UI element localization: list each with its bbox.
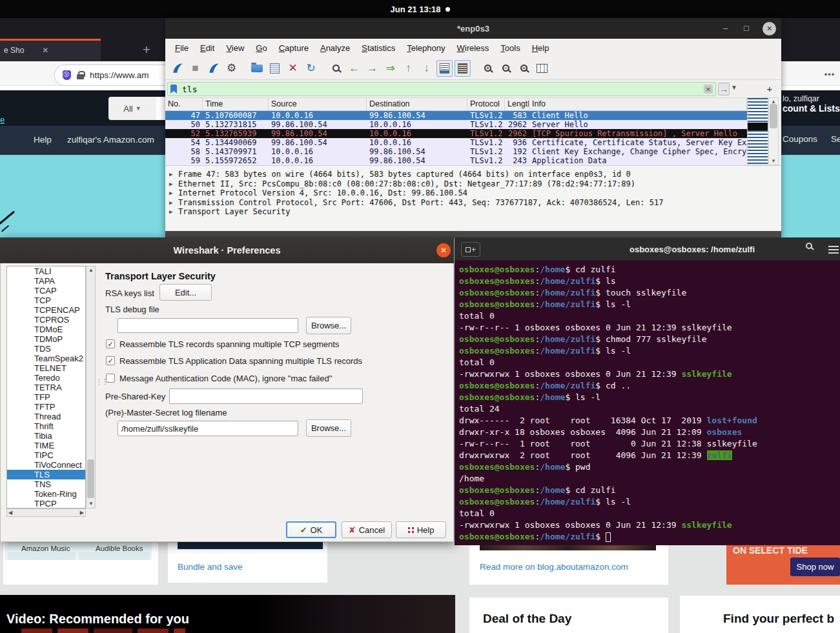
scroll-down-icon[interactable]: ▼: [771, 158, 776, 164]
protocol-item-tftp[interactable]: TFTP: [7, 402, 85, 412]
checkbox-mac-ignore[interactable]: [106, 374, 115, 383]
debug-file-input[interactable]: [118, 318, 298, 333]
checkbox-reassemble-appdata-label[interactable]: Reassemble TLS Application Data spanning…: [119, 356, 362, 366]
account-lists-link[interactable]: count & Lists: [783, 103, 840, 114]
close-icon[interactable]: ✕: [763, 22, 776, 35]
protocol-item-thrift[interactable]: Thrift: [7, 421, 85, 431]
checkbox-mac-ignore-label[interactable]: Message Authentication Code (MAC), ignor…: [119, 374, 332, 383]
browse-keylog-button[interactable]: Browse...: [306, 419, 351, 437]
lock-icon[interactable]: [77, 74, 84, 79]
filter-dropdown-caret-icon[interactable]: ▼: [731, 84, 737, 91]
keylog-input[interactable]: [118, 421, 298, 436]
scroll-down-icon[interactable]: ▼: [88, 501, 94, 507]
protocol-item-teamspeak2[interactable]: TeamSpeak2: [7, 354, 85, 363]
shop-now-button[interactable]: Shop now: [790, 558, 840, 576]
video-thumbnail[interactable]: [21, 628, 52, 633]
expand-arrow-icon[interactable]: ▶: [169, 179, 174, 189]
menu-wireless[interactable]: Wireless: [451, 43, 495, 53]
protocol-item-tfp[interactable]: TFP: [7, 392, 85, 402]
previous-packet-icon[interactable]: ←: [346, 60, 362, 77]
expand-arrow-icon[interactable]: ▶: [169, 207, 174, 217]
new-tab-button[interactable]: +: [137, 40, 156, 59]
nav-link-sell[interactable]: Se: [831, 134, 840, 144]
amazon-side-link[interactable]: e: [0, 115, 5, 125]
protocol-item-tls[interactable]: TLS: [7, 470, 85, 479]
preferences-titlebar[interactable]: Wireshark · Preferences: [0, 237, 454, 263]
url-text[interactable]: https://www.am: [90, 70, 149, 80]
protocol-item-tcp[interactable]: TCP: [7, 296, 85, 305]
protocol-item-tipc[interactable]: TIPC: [7, 450, 85, 460]
clock[interactable]: Jun 21 13:18: [390, 5, 440, 14]
nav-link-help[interactable]: Help: [34, 135, 52, 145]
protocol-item-tcpros[interactable]: TCPROS: [7, 315, 85, 325]
protocol-item-token-ring[interactable]: Token-Ring: [7, 489, 85, 499]
filter-add-button[interactable]: +: [764, 82, 775, 95]
protocol-item-teredo[interactable]: Teredo: [7, 373, 85, 383]
menu-telephony[interactable]: Telephony: [401, 43, 451, 53]
column-header-length[interactable]: Length: [505, 98, 529, 110]
browse-debug-button[interactable]: Browse...: [306, 317, 351, 334]
go-to-packet-icon[interactable]: ⇒: [382, 60, 398, 77]
protocol-list-hscrollbar[interactable]: ◀ ▶: [6, 508, 86, 517]
protocol-item-tibia[interactable]: Tibia: [7, 431, 85, 441]
video-thumbnail[interactable]: [57, 628, 88, 633]
restart-capture-icon[interactable]: [205, 60, 221, 77]
readmore-link[interactable]: Read more on blog.aboutamazon.com: [480, 562, 628, 572]
intelligent-scrollbar[interactable]: [747, 97, 768, 165]
next-packet-icon[interactable]: →: [364, 60, 380, 77]
expand-arrow-icon[interactable]: ▶: [169, 188, 174, 198]
protocol-item-tns[interactable]: TNS: [7, 479, 85, 489]
edit-button[interactable]: Edit...: [159, 284, 212, 301]
terminal-new-tab-button[interactable]: +: [461, 242, 480, 257]
filter-text[interactable]: tls: [182, 85, 699, 94]
packet-row[interactable]: 475.10760008710.0.0.1699.86.100.54TLSv1.…: [165, 111, 747, 120]
start-capture-icon[interactable]: [169, 60, 185, 77]
expand-arrow-icon[interactable]: ▶: [169, 198, 174, 208]
url-bar[interactable]: https://www.am: [54, 65, 165, 86]
open-capture-icon[interactable]: [249, 60, 265, 77]
terminal-search-icon[interactable]: [806, 243, 819, 256]
packet-row[interactable]: 595.15597265210.0.0.1699.86.100.54TLSv1.…: [165, 156, 747, 165]
stop-capture-icon[interactable]: ■: [187, 60, 203, 77]
scroll-right-icon[interactable]: ▶: [80, 510, 84, 516]
zoom-out-icon[interactable]: −: [498, 60, 514, 77]
zoom-100-icon[interactable]: =: [516, 60, 532, 77]
colorize-icon[interactable]: [455, 60, 471, 77]
menu-tools[interactable]: Tools: [495, 43, 526, 53]
overflow-menu-icon[interactable]: •••: [821, 66, 838, 82]
scrollbar-thumb[interactable]: [87, 459, 94, 498]
packet-row[interactable]: 545.13449006999.86.100.5410.0.0.16TLSv1.…: [165, 138, 747, 147]
deal-card[interactable]: Deal of the Day: [469, 598, 668, 633]
protocol-item-tcpencap[interactable]: TCPENCAP: [7, 305, 85, 315]
detail-row[interactable]: ▶Transport Layer Security: [169, 207, 781, 217]
filter-apply-button[interactable]: →: [718, 83, 730, 95]
scroll-up-icon[interactable]: ▲: [88, 267, 94, 273]
menu-statistics[interactable]: Statistics: [356, 43, 401, 53]
protocol-item-tapa[interactable]: TAPA: [7, 276, 85, 286]
detail-row[interactable]: ▶Ethernet II, Src: PcsCompu_8b:08:c0 (08…: [169, 179, 781, 189]
cancel-button[interactable]: ✘Cancel: [342, 521, 392, 538]
scroll-left-icon[interactable]: ◀: [8, 510, 12, 516]
reload-capture-icon[interactable]: ↻: [303, 60, 319, 77]
nav-link-coupons[interactable]: Coupons: [783, 134, 817, 144]
menu-capture[interactable]: Capture: [273, 43, 314, 53]
protocol-item-tdmop[interactable]: TDMoP: [7, 334, 85, 344]
firefox-tab[interactable]: e Sho ✕: [0, 39, 101, 61]
packet-row[interactable]: 525.13276593999.86.100.5410.0.0.16TLSv1.…: [165, 129, 747, 138]
amazon-music-label[interactable]: Amazon Music: [21, 545, 70, 552]
checkbox-reassemble-tcp-label[interactable]: Reassemble TLS records spanning multiple…: [119, 339, 339, 349]
search-input[interactable]: [156, 97, 165, 120]
wireshark-titlebar[interactable]: *enp0s3: [165, 18, 781, 39]
column-header-time[interactable]: Time: [203, 98, 269, 110]
search-category-dropdown[interactable]: All ▼: [108, 97, 156, 120]
protocol-item-tcap[interactable]: TCAP: [7, 286, 85, 296]
psk-input[interactable]: [169, 388, 363, 404]
audible-books-label[interactable]: Audible Books: [96, 545, 143, 552]
protocol-item-telnet[interactable]: TELNET: [7, 363, 85, 373]
filter-bookmark-icon[interactable]: [170, 85, 177, 94]
protocol-item-tdmoe[interactable]: TDMoE: [7, 325, 85, 334]
close-capture-icon[interactable]: ✕: [285, 60, 301, 77]
protocol-item-tivoconnect[interactable]: TiVoConnect: [7, 460, 85, 470]
protocol-item-thread[interactable]: Thread: [7, 412, 85, 421]
hamburger-menu-icon[interactable]: [828, 246, 839, 247]
